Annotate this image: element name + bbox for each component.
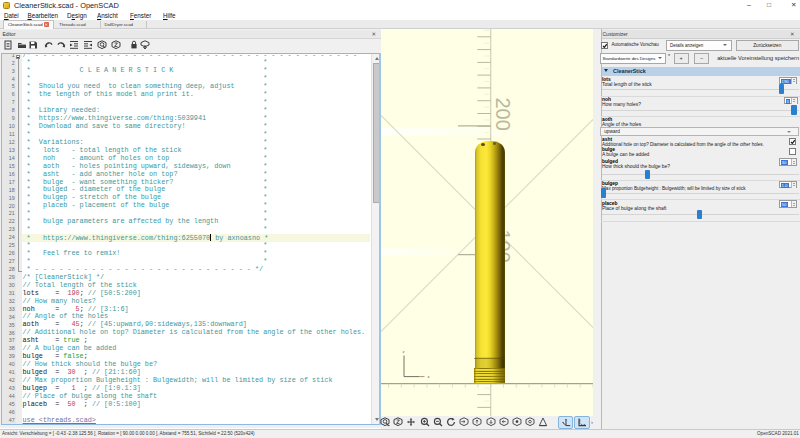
svg-text:x: x [428, 374, 430, 379]
svg-text:200: 200 [492, 98, 514, 131]
svg-text:z: z [403, 349, 405, 354]
